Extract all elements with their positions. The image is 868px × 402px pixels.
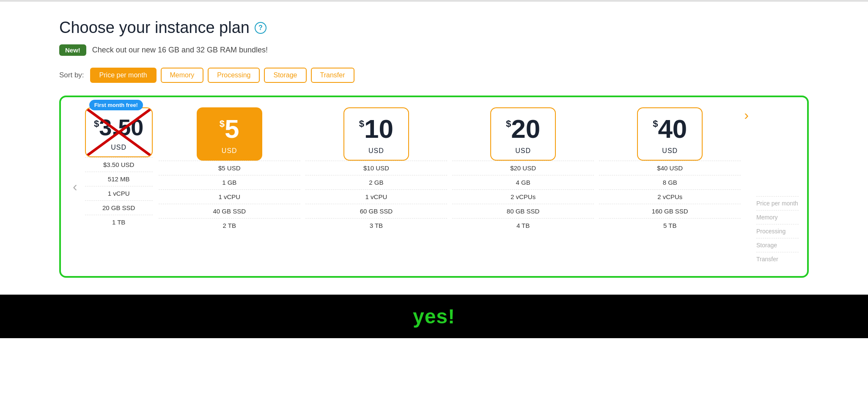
price-currency-10: USD xyxy=(368,147,384,155)
new-badge: New! xyxy=(59,44,86,56)
right-labels: Price per month Memory Processing Storag… xyxy=(752,107,799,266)
plan-cards-row: $ 5 USD $5 USD 1 GB 1 vCPU 40 GB SSD 2 T… xyxy=(159,107,741,232)
price-currency-40: USD xyxy=(662,147,678,155)
plan-10-memory: 2 GB xyxy=(305,175,447,189)
plan-20-memory: 4 GB xyxy=(452,175,594,189)
label-memory: Memory xyxy=(756,210,799,224)
plan-350-transfer: 1 TB xyxy=(85,215,153,229)
new-badge-row: New! Check out our new 16 GB and 32 GB R… xyxy=(59,44,809,56)
plans-selection-area: ‹ First month free! $ 3.50 USD xyxy=(59,96,809,278)
plan-10-price: $10 USD xyxy=(305,161,447,175)
sort-transfer[interactable]: Transfer xyxy=(311,68,354,83)
price-display-10: $ 10 xyxy=(359,116,393,142)
plan-5-wrap: $ 5 USD $5 USD 1 GB 1 vCPU 40 GB SSD 2 T… xyxy=(159,107,300,232)
sort-memory[interactable]: Memory xyxy=(161,68,204,83)
sort-label: Sort by: xyxy=(59,71,84,79)
plan-40-transfer: 5 TB xyxy=(599,218,741,232)
plan-card-40[interactable]: $ 40 USD xyxy=(637,107,703,161)
price-display-5: $ 5 xyxy=(220,116,239,142)
label-processing: Processing xyxy=(756,224,799,238)
plan-20-storage: 80 GB SSD xyxy=(452,204,594,218)
plan-40-storage: 160 GB SSD xyxy=(599,204,741,218)
plan-10-processing: 1 vCPU xyxy=(305,189,447,204)
crossed-plan-container: First month free! $ 3.50 USD xyxy=(85,107,159,266)
price-currency-5: USD xyxy=(222,147,237,155)
plan-card-10[interactable]: $ 10 USD xyxy=(343,107,409,161)
sort-row: Sort by: Price per month Memory Processi… xyxy=(59,68,809,83)
plan-5-storage: 40 GB SSD xyxy=(159,204,300,218)
plan-5-processing: 1 vCPU xyxy=(159,189,300,204)
bottom-bar: yes! xyxy=(0,295,868,338)
sort-storage[interactable]: Storage xyxy=(264,68,306,83)
page-title: Choose your instance plan xyxy=(59,19,250,37)
help-icon[interactable]: ? xyxy=(255,22,266,34)
plan-40-memory: 8 GB xyxy=(599,175,741,189)
plan-40-price: $40 USD xyxy=(599,161,741,175)
plan-20-price: $20 USD xyxy=(452,161,594,175)
price-display-350: $ 3.50 xyxy=(94,116,143,139)
plan-5-transfer: 2 TB xyxy=(159,218,300,232)
plan-20-processing: 2 vCPUs xyxy=(452,189,594,204)
title-row: Choose your instance plan ? xyxy=(59,19,809,37)
plan-10-wrap: $ 10 USD $10 USD 2 GB 1 vCPU 60 GB SSD 3… xyxy=(305,107,447,232)
plan-20-wrap: $ 20 USD $20 USD 4 GB 2 vCPUs 80 GB SSD … xyxy=(452,107,594,232)
plan-card-350[interactable]: $ 3.50 USD xyxy=(85,107,153,157)
plan-40-wrap: $ 40 USD $40 USD 8 GB 2 vCPUs 160 GB SSD… xyxy=(599,107,741,232)
plan-350-storage: 20 GB SSD xyxy=(85,200,153,215)
price-currency-350: USD xyxy=(111,144,126,151)
next-nav-button[interactable]: › xyxy=(741,107,752,123)
plan-350-price-detail: $3.50 USD xyxy=(85,157,153,172)
sort-price-per-month[interactable]: Price per month xyxy=(90,68,157,83)
price-display-40: $ 40 xyxy=(653,116,687,142)
new-message: Check out our new 16 GB and 32 GB RAM bu… xyxy=(92,46,268,55)
label-transfer: Transfer xyxy=(756,252,799,266)
plan-350-processing: 1 vCPU xyxy=(85,186,153,200)
price-display-20: $ 20 xyxy=(506,116,540,142)
plan-40-processing: 2 vCPUs xyxy=(599,189,741,204)
label-price-per-month: Price per month xyxy=(756,196,799,210)
first-month-badge: First month free! xyxy=(89,100,143,110)
plan-10-storage: 60 GB SSD xyxy=(305,204,447,218)
plan-card-20[interactable]: $ 20 USD xyxy=(490,107,556,161)
active-plans-area: $ 5 USD $5 USD 1 GB 1 vCPU 40 GB SSD 2 T… xyxy=(159,107,799,266)
sort-processing[interactable]: Processing xyxy=(208,68,260,83)
plan-20-transfer: 4 TB xyxy=(452,218,594,232)
plan-5-price: $5 USD xyxy=(159,161,300,175)
price-currency-20: USD xyxy=(515,147,531,155)
plan-card-5[interactable]: $ 5 USD xyxy=(197,107,262,161)
label-storage: Storage xyxy=(756,238,799,252)
plan-350-memory: 512 MB xyxy=(85,172,153,186)
plan-crossed: First month free! $ 3.50 USD xyxy=(85,107,153,229)
plan-5-memory: 1 GB xyxy=(159,175,300,189)
yes-text: yes! xyxy=(413,305,455,328)
plan-10-transfer: 3 TB xyxy=(305,218,447,232)
prev-nav-button[interactable]: ‹ xyxy=(69,107,81,266)
